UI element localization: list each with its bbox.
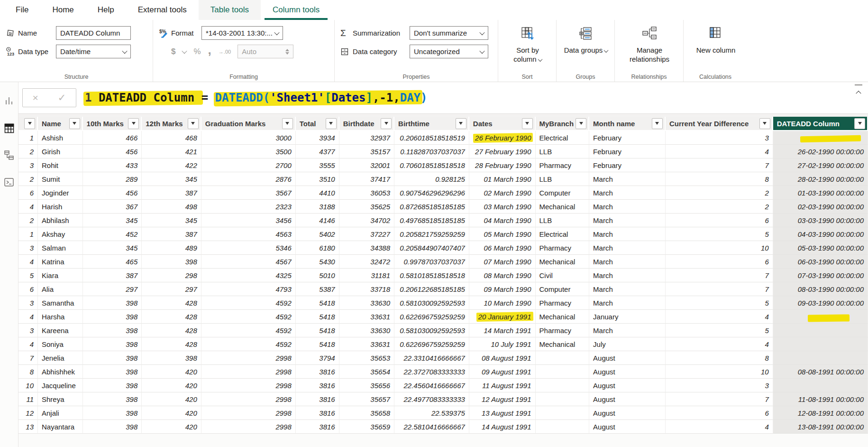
cell-index[interactable]: 3 — [18, 324, 38, 337]
data-groups-button[interactable]: Data groups — [563, 24, 609, 55]
cell-monthname[interactable]: March — [589, 241, 666, 255]
filter-dropdown-icon[interactable] — [128, 118, 139, 129]
cell-dateadd[interactable]: 11-08-1991 00:00:00 — [773, 392, 868, 406]
cell-monthname[interactable]: July — [589, 337, 666, 351]
cell-dateadd[interactable] — [773, 131, 868, 145]
cell-dateadd[interactable]: 08-03-1990 00:00:00 — [773, 282, 868, 296]
cell-mybranch[interactable]: LLB — [536, 145, 590, 158]
column-header-dates[interactable]: Dates — [469, 117, 536, 131]
cell-marks12[interactable]: 428 — [142, 310, 201, 324]
cell-dateadd[interactable]: 04-03-1990 00:00:00 — [773, 227, 868, 241]
cell-name[interactable]: Soniya — [38, 337, 83, 351]
cell-index[interactable]: 10 — [18, 379, 38, 392]
cell-mybranch[interactable] — [536, 379, 590, 392]
cell-birthdate[interactable]: 35157 — [339, 145, 394, 158]
currency-format-icon[interactable]: $ — [171, 47, 175, 56]
cell-graduation[interactable]: 2998 — [201, 351, 296, 365]
cell-birthdate[interactable]: 33630 — [339, 296, 394, 310]
cell-mybranch[interactable] — [536, 420, 590, 434]
cancel-formula-icon[interactable]: × — [33, 92, 38, 103]
column-header-total[interactable]: Total — [296, 117, 339, 131]
cell-birthdate[interactable]: 35654 — [339, 365, 394, 379]
cell-mybranch[interactable]: Pharmacy — [536, 241, 590, 255]
tab-file[interactable]: File — [4, 0, 40, 20]
cell-marks12[interactable]: 428 — [142, 337, 201, 351]
cell-marks10[interactable]: 465 — [83, 255, 142, 269]
cell-marks10[interactable]: 289 — [83, 172, 142, 186]
cell-name[interactable]: Kiara — [38, 269, 83, 282]
column-header-yeardiff[interactable]: Current Year Difference — [666, 117, 773, 131]
filter-dropdown-icon[interactable] — [69, 118, 80, 129]
cell-yeardiff[interactable]: 7 — [666, 158, 773, 172]
cell-graduation[interactable]: 4567 — [201, 255, 296, 269]
cell-mybranch[interactable]: Electrical — [536, 227, 590, 241]
cell-birthdate[interactable]: 34388 — [339, 241, 394, 255]
cell-marks12[interactable]: 398 — [142, 255, 201, 269]
cell-index[interactable]: 4 — [18, 337, 38, 351]
cell-marks12[interactable]: 420 — [142, 420, 201, 434]
filter-dropdown-icon[interactable] — [326, 118, 337, 129]
cell-birthtime[interactable]: 22.5810416666667 — [394, 420, 469, 434]
cell-mybranch[interactable]: Civil — [536, 269, 590, 282]
cell-marks10[interactable]: 456 — [83, 186, 142, 200]
formula-bar-collapse-icon[interactable] — [856, 91, 861, 96]
new-column-button[interactable]: New column — [693, 24, 739, 55]
cell-birthtime[interactable]: 0.206122685185185 — [394, 282, 469, 296]
cell-dateadd[interactable] — [773, 379, 868, 392]
cell-index[interactable]: 7 — [18, 351, 38, 365]
cell-dates[interactable]: 12 August 1991 — [469, 392, 536, 406]
cell-mybranch[interactable]: Computer — [536, 282, 590, 296]
cell-marks12[interactable]: 298 — [142, 269, 201, 282]
cell-marks10[interactable]: 398 — [83, 406, 142, 420]
column-header-marks10[interactable]: 10th Marks — [83, 117, 142, 131]
cell-marks10[interactable]: 345 — [83, 241, 142, 255]
cell-graduation[interactable]: 4563 — [201, 227, 296, 241]
cell-dates[interactable]: 09 August 1991 — [469, 365, 536, 379]
cell-index[interactable]: 3 — [18, 296, 38, 310]
cell-dateadd[interactable]: 28-02-1990 00:00:00 — [773, 172, 868, 186]
cell-yeardiff[interactable]: 10 — [666, 365, 773, 379]
cell-name[interactable]: Anjali — [38, 406, 83, 420]
cell-marks12[interactable]: 345 — [142, 214, 201, 227]
cell-name[interactable]: Abhilash — [38, 214, 83, 227]
cell-index[interactable]: 3 — [18, 158, 38, 172]
tab-table-tools[interactable]: Table tools — [199, 0, 261, 20]
cell-index[interactable]: 6 — [18, 186, 38, 200]
cell-total[interactable]: 3816 — [296, 379, 339, 392]
cell-dateadd[interactable]: 27-02-1990 00:00:00 — [773, 158, 868, 172]
cell-marks10[interactable]: 398 — [83, 379, 142, 392]
cell-birthtime[interactable]: 0.205844907407407 — [394, 241, 469, 255]
cell-birthtime[interactable]: 0.497685185185185 — [394, 214, 469, 227]
filter-dropdown-icon[interactable] — [188, 118, 199, 129]
cell-total[interactable]: 3555 — [296, 158, 339, 172]
cell-dates[interactable]: 11 August 1991 — [469, 379, 536, 392]
formula-bar-resize-handle[interactable] — [855, 84, 862, 85]
cell-marks12[interactable]: 498 — [142, 200, 201, 214]
cell-monthname[interactable]: March — [589, 269, 666, 282]
decimal-places-stepper[interactable]: Auto — [238, 45, 293, 58]
cell-birthtime[interactable]: 0.581018518518518 — [394, 269, 469, 282]
cell-birthdate[interactable]: 35625 — [339, 200, 394, 214]
filter-dropdown-icon[interactable] — [652, 118, 663, 129]
cell-monthname[interactable]: March — [589, 200, 666, 214]
cell-yeardiff[interactable]: 4 — [666, 420, 773, 434]
cell-birthtime[interactable]: 22.539375 — [394, 406, 469, 420]
cell-mybranch[interactable]: Computer — [536, 186, 590, 200]
cell-dates[interactable]: 27 February 1990 — [469, 145, 536, 158]
cell-birthtime[interactable]: 22.3727083333333 — [394, 365, 469, 379]
cell-birthdate[interactable]: 32937 — [339, 131, 394, 145]
thousands-separator-icon[interactable]: , — [208, 47, 211, 52]
cell-yeardiff[interactable]: 8 — [666, 172, 773, 186]
cell-dateadd[interactable]: 09-03-1990 00:00:00 — [773, 296, 868, 310]
cell-total[interactable]: 5010 — [296, 269, 339, 282]
cell-mybranch[interactable] — [536, 392, 590, 406]
cell-dateadd[interactable] — [773, 310, 868, 324]
cell-monthname[interactable]: March — [589, 255, 666, 269]
cell-marks10[interactable]: 398 — [83, 337, 142, 351]
cell-marks12[interactable]: 420 — [142, 365, 201, 379]
cell-dateadd[interactable] — [773, 337, 868, 351]
cell-yeardiff[interactable]: 4 — [666, 337, 773, 351]
cell-dateadd[interactable]: 12-08-1991 00:00:00 — [773, 406, 868, 420]
cell-marks12[interactable]: 387 — [142, 186, 201, 200]
cell-mybranch[interactable]: Pharmacy — [536, 324, 590, 337]
